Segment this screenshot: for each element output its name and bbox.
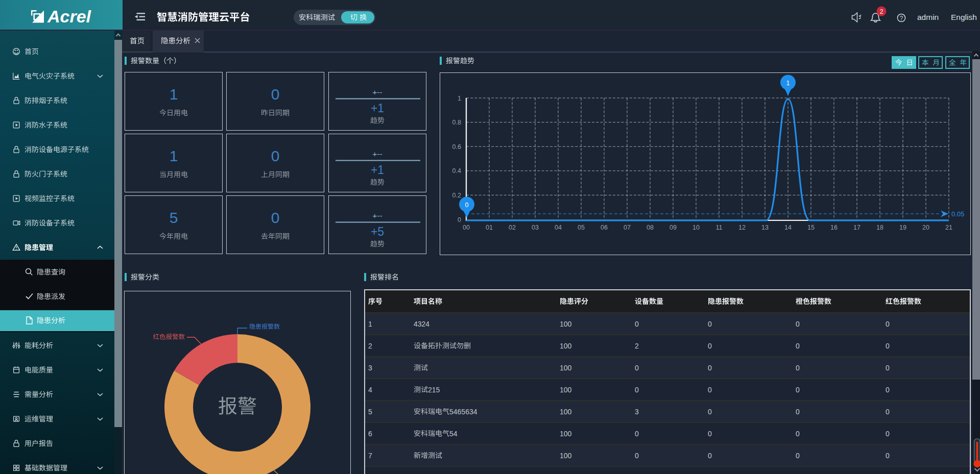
svg-text:0: 0 (635, 364, 639, 372)
svg-text:1: 1 (170, 147, 178, 164)
svg-text:6: 6 (368, 430, 372, 438)
svg-text:0: 0 (635, 430, 639, 438)
svg-text:0: 0 (796, 430, 800, 438)
svg-text:100: 100 (560, 452, 572, 460)
svg-text:0: 0 (886, 342, 890, 350)
svg-text:0: 0 (796, 452, 800, 460)
svg-text:03: 03 (532, 224, 539, 231)
svg-text:13: 13 (761, 224, 769, 231)
svg-text:0: 0 (465, 202, 469, 209)
svg-text:0.8: 0.8 (452, 119, 461, 126)
svg-text:16: 16 (830, 224, 838, 231)
svg-text:0: 0 (708, 430, 712, 438)
svg-text:+--: +-- (372, 88, 382, 96)
svg-text:+5: +5 (371, 225, 384, 238)
svg-text:0: 0 (886, 452, 890, 460)
svg-text:4: 4 (368, 386, 372, 394)
svg-text:0: 0 (796, 386, 800, 394)
svg-text:1: 1 (786, 80, 790, 87)
svg-text:01: 01 (486, 224, 493, 231)
svg-text:08: 08 (647, 224, 654, 231)
svg-text:3: 3 (368, 364, 372, 372)
svg-text:0: 0 (886, 408, 890, 416)
svg-text:12: 12 (738, 224, 746, 231)
svg-text:5465634: 5465634 (449, 408, 477, 416)
svg-text:5: 5 (368, 408, 372, 416)
svg-text:215: 215 (428, 386, 440, 394)
svg-text:100: 100 (560, 320, 572, 328)
svg-text:07: 07 (624, 224, 631, 231)
svg-text:English: English (951, 13, 977, 21)
svg-text:100: 100 (560, 342, 572, 350)
svg-text:20: 20 (922, 224, 929, 231)
svg-text:0.4: 0.4 (452, 167, 461, 174)
svg-text:0: 0 (886, 320, 890, 328)
svg-text:0.2: 0.2 (452, 192, 461, 199)
svg-text:2: 2 (880, 8, 883, 15)
svg-text:5: 5 (170, 209, 178, 226)
svg-text:2: 2 (368, 342, 372, 350)
svg-text:0: 0 (796, 320, 800, 328)
svg-text:Acrel: Acrel (47, 7, 92, 26)
svg-text:14: 14 (784, 224, 792, 231)
svg-text:0: 0 (635, 320, 639, 328)
svg-text:?: ? (900, 15, 903, 22)
svg-text:0: 0 (271, 209, 280, 226)
svg-text:00: 00 (463, 224, 470, 231)
svg-text:0: 0 (271, 86, 280, 103)
svg-text:+--: +-- (372, 211, 382, 220)
svg-text:11: 11 (716, 224, 723, 231)
svg-text:0: 0 (708, 408, 712, 416)
svg-text:100: 100 (560, 408, 572, 416)
svg-text:09: 09 (670, 224, 677, 231)
svg-text:0: 0 (708, 452, 712, 460)
svg-text:0: 0 (271, 147, 280, 164)
svg-text:0: 0 (708, 320, 712, 328)
svg-text:10: 10 (692, 224, 700, 231)
svg-text:+--: +-- (372, 149, 382, 158)
svg-text:17: 17 (853, 224, 861, 231)
svg-text:0.05: 0.05 (951, 210, 964, 218)
svg-text:0: 0 (886, 430, 890, 438)
svg-text:54: 54 (449, 430, 458, 438)
svg-text:2: 2 (635, 342, 639, 350)
svg-text:0: 0 (796, 364, 800, 372)
svg-text:04: 04 (555, 224, 562, 231)
svg-text:7: 7 (368, 452, 372, 460)
svg-text:admin: admin (917, 13, 939, 21)
svg-text:0: 0 (886, 364, 890, 372)
svg-text:19: 19 (899, 224, 906, 231)
svg-text:0: 0 (708, 386, 712, 394)
svg-text:1: 1 (458, 95, 461, 102)
svg-text:0.6: 0.6 (452, 143, 461, 151)
svg-text:0: 0 (708, 364, 712, 372)
svg-text:+1: +1 (371, 163, 384, 177)
svg-text:1: 1 (368, 320, 372, 328)
svg-text:+1: +1 (371, 102, 384, 115)
svg-text:18: 18 (876, 224, 883, 231)
svg-text:15: 15 (807, 224, 815, 231)
svg-text:3: 3 (635, 408, 639, 416)
svg-text:100: 100 (560, 386, 572, 394)
svg-text:0: 0 (796, 408, 800, 416)
svg-text:06: 06 (601, 224, 608, 231)
svg-text:100: 100 (560, 430, 572, 438)
svg-text:1: 1 (170, 86, 178, 103)
svg-text:0: 0 (796, 342, 800, 350)
svg-text:100: 100 (560, 364, 572, 372)
svg-text:0: 0 (708, 342, 712, 350)
svg-text:4324: 4324 (414, 320, 429, 328)
svg-text:0: 0 (458, 216, 461, 223)
svg-text:05: 05 (578, 224, 585, 231)
svg-text:21: 21 (945, 224, 952, 231)
svg-text:02: 02 (509, 224, 516, 231)
svg-text:0: 0 (635, 452, 639, 460)
svg-text:0: 0 (886, 386, 890, 394)
svg-text:0: 0 (635, 386, 639, 394)
